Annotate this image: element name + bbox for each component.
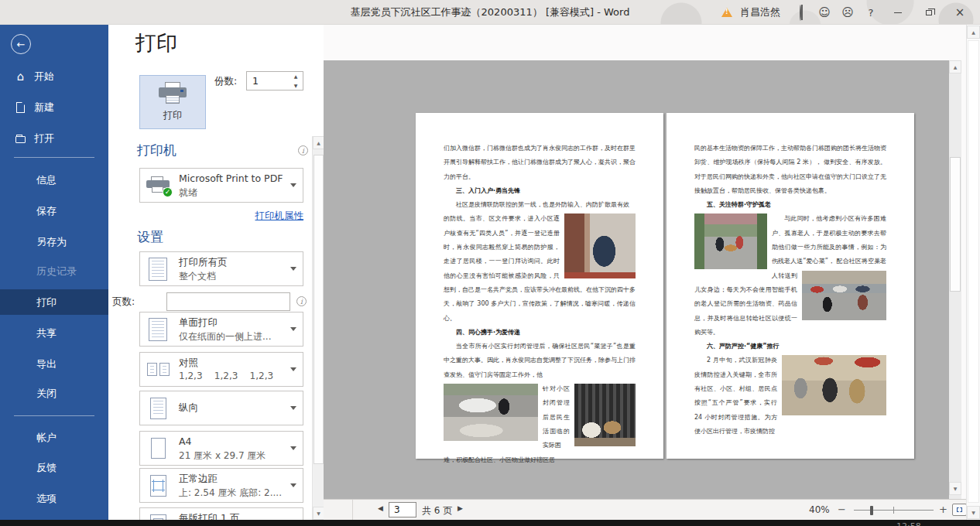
home-icon: ⌂ [15, 70, 26, 82]
paragraph: 2 月中旬，武汉新冠肺炎疫情防控进入关键期，全市所有社区、小区、村组、居民点按照… [694, 354, 886, 439]
scrollbar-thumb[interactable] [314, 155, 324, 464]
total-pages-label: 共 6 页 [422, 504, 452, 517]
chevron-down-icon [290, 446, 296, 450]
scroll-down-icon[interactable]: ▼ [949, 482, 961, 495]
warning-icon[interactable] [721, 0, 738, 25]
sidebar-item-share[interactable]: 共享 [0, 320, 108, 346]
printer-status: 就绪 [179, 186, 197, 200]
open-folder-icon [15, 132, 26, 144]
photo-grocery-delivery [444, 384, 538, 441]
collation-select[interactable]: 对照 1,2,3 1,2,3 1,2,3 [139, 352, 303, 387]
windows-taskbar[interactable]: 12:58 [0, 520, 980, 526]
sidebar-item-open[interactable]: 打开 [0, 125, 108, 151]
print-button[interactable]: 打印 [139, 75, 206, 129]
frown-feedback-icon[interactable]: ☹ [836, 0, 859, 25]
sidebar-item-account[interactable]: 帐户 [0, 425, 108, 450]
titlebar: 基层党员下沉社区工作事迹（20200311） [兼容模式] - Word 肖昌浩… [0, 0, 980, 25]
back-button[interactable]: ← [11, 34, 31, 54]
settings-section-heading: 设置 [137, 228, 163, 246]
portrait-icon [140, 391, 176, 425]
account-name[interactable]: 肖昌浩然 [738, 0, 790, 25]
copies-stepper[interactable]: ▲ ▼ [246, 71, 303, 91]
paper-size-select[interactable]: A4 21 厘米 x 29.7 厘米 [139, 431, 303, 466]
current-page-input[interactable]: 3 [389, 502, 416, 517]
taskbar-clock: 12:58 [896, 521, 921, 526]
printer-section-heading: 打印机 [137, 142, 176, 159]
duplex-select[interactable]: 单面打印 仅在纸面的一侧上进... [139, 312, 303, 347]
photo-parking-lot [802, 271, 886, 320]
previous-page-icon[interactable]: ◀ [378, 504, 383, 512]
minimize-button[interactable] [882, 0, 913, 25]
copies-input[interactable] [247, 72, 290, 90]
preview-scrollbar[interactable]: ▲ ▼ [949, 60, 961, 499]
window-scrollbar[interactable]: ▲ ▼ [966, 25, 980, 520]
zoom-level-label: 40% [809, 504, 830, 515]
back-arrow-icon: ← [17, 39, 26, 50]
pages-row: 页数: i [108, 292, 312, 312]
close-button[interactable]: × [944, 0, 975, 25]
help-button[interactable]: ? [859, 0, 882, 25]
paragraph: 针对小区封闭管理后居民生活面临的实际困 [444, 382, 636, 453]
section-heading: 三、入门入户·勇当先锋 [444, 184, 636, 198]
scroll-up-icon[interactable]: ▲ [949, 60, 961, 73]
printer-ready-icon: ✓ [140, 169, 176, 202]
sidebar-item-home[interactable]: ⌂ 开始 [0, 63, 108, 89]
paragraph: 社区是疫情联防联控的第一线，也是外防输入、内防扩散最有效 [444, 198, 636, 212]
settings-scrollbar[interactable]: ▲ ▼ [312, 136, 324, 520]
section-heading: 五、关注特群·守护孤老 [694, 198, 886, 212]
restore-button[interactable] [913, 0, 944, 25]
margins-select[interactable]: 正常边距 上: 2.54 厘米 底部: 2.... [139, 468, 303, 503]
scroll-down-icon[interactable]: ▼ [313, 507, 324, 520]
printer-properties-link[interactable]: 打印机属性 [139, 210, 303, 223]
zoom-out-icon[interactable]: − [838, 504, 846, 515]
scroll-up-icon[interactable]: ▲ [967, 26, 980, 39]
sidebar-item-options[interactable]: 选项 [0, 486, 108, 511]
scroll-down-icon[interactable]: ▼ [967, 506, 980, 519]
sidebar-item-export[interactable]: 导出 [0, 351, 108, 377]
word-backstage-print-window: 基层党员下沉社区工作事迹（20200311） [兼容模式] - Word 肖昌浩… [0, 0, 980, 526]
sidebar-item-save[interactable]: 保存 [0, 198, 108, 224]
preview-statusbar: ◀ 3 共 6 页 ▶ 40% − + [324, 499, 966, 520]
sidebar-item-feedback[interactable]: 反馈 [0, 455, 108, 480]
sidebar-item-save-as[interactable]: 另存为 [0, 229, 108, 254]
info-icon[interactable]: i [298, 145, 308, 155]
ready-check-icon: ✓ [163, 187, 173, 197]
page-title: 打印 [135, 29, 177, 57]
zoom-to-page-icon[interactable] [952, 504, 967, 516]
printer-select[interactable]: ✓ Microsoft Print to PDF 就绪 [139, 168, 303, 203]
restore-icon [926, 10, 932, 15]
spinner-up-icon[interactable]: ▲ [291, 72, 300, 80]
document-page-right: 民的基本生活物资的保障工作，主动帮助各门栋团购的团长将生活物资卸货、维护现场秩序… [666, 113, 914, 459]
info-icon[interactable]: i [296, 296, 307, 306]
margins-icon [140, 469, 176, 502]
next-page-icon[interactable]: ▶ [457, 504, 463, 512]
statusbar-divider [352, 500, 353, 521]
photo-checkpoint-masks [782, 355, 886, 415]
chevron-down-icon [290, 367, 296, 371]
sidebar-item-new[interactable]: 新建 [0, 94, 108, 120]
smiley-feedback-icon[interactable]: ☺ [813, 0, 836, 25]
sidebar-item-print[interactable]: 打印 [0, 289, 108, 315]
photo-street-volunteer [694, 213, 767, 269]
sidebar-divider [14, 157, 94, 158]
chevron-down-icon [290, 327, 296, 331]
zoom-in-icon[interactable]: + [939, 504, 947, 515]
user-icon[interactable] [790, 0, 813, 25]
zoom-slider-thumb[interactable] [870, 506, 873, 515]
printer-icon [159, 82, 187, 105]
one-sided-icon [140, 313, 176, 346]
scrollbar-thumb[interactable] [968, 40, 979, 503]
chevron-down-icon [290, 267, 296, 271]
pages-input[interactable] [166, 292, 290, 311]
orientation-select[interactable]: 纵向 [139, 391, 303, 425]
sidebar-item-close-doc[interactable]: 关闭 [0, 381, 108, 406]
spinner-down-icon[interactable]: ▼ [291, 81, 300, 90]
scroll-up-icon[interactable]: ▲ [313, 136, 324, 149]
sidebar-item-info[interactable]: 信息 [0, 167, 108, 193]
close-icon: × [955, 5, 965, 19]
print-range-select[interactable]: 打印所有页 整个文档 [139, 251, 303, 286]
paragraph: 的防线。当市、区文件要求，进入小区逐户核查有无“四类人员”，并逐一登记造册时，肖… [444, 212, 636, 325]
photo-door-to-door-visit [564, 213, 636, 278]
a4-paper-icon [140, 432, 176, 465]
scrollbar-thumb[interactable] [950, 157, 961, 292]
